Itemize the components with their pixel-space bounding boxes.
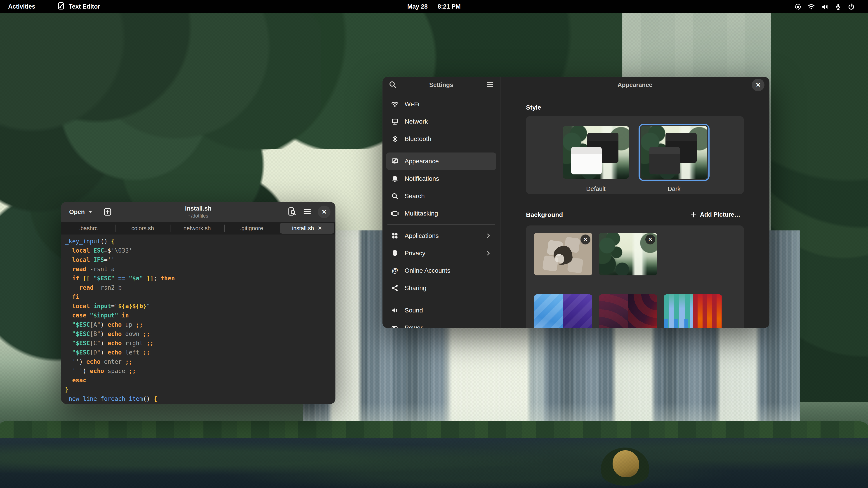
editor-close-button[interactable]: ✕ [318, 205, 331, 218]
code-line: "$ESC[B") echo down ;; [65, 329, 336, 339]
settings-close-button[interactable]: ✕ [752, 78, 765, 91]
gallery-background-drips-blue-orange[interactable] [664, 294, 722, 328]
gallery-background-geometric-blue-purple[interactable] [534, 294, 592, 328]
wallpaper-dark-variant [693, 294, 722, 328]
share-icon [391, 284, 399, 292]
sidebar-item-label: Power [405, 324, 423, 328]
hamburger-menu-icon [486, 80, 494, 89]
settings-title: Settings [397, 82, 486, 89]
panel-title: Appearance [618, 82, 653, 89]
background-card: ✕✕ [526, 225, 744, 328]
tab-.gitignore[interactable]: .gitignore [224, 222, 279, 234]
chevron-right-icon [485, 250, 491, 256]
add-picture-button[interactable]: Add Picture… [687, 209, 744, 221]
document-path: ~/dotfiles [185, 213, 211, 219]
primary-menu-button[interactable] [303, 207, 312, 217]
style-option-dark[interactable]: Dark [641, 126, 707, 193]
hamburger-menu-icon [303, 207, 312, 216]
gallery-background-waves-maroon-red[interactable] [599, 294, 657, 328]
sidebar-item-label: Applications [405, 232, 439, 239]
system-status-area[interactable] [794, 3, 855, 11]
sidebar-item-label: Bluetooth [405, 135, 431, 142]
background-section-heading: Background [526, 211, 563, 219]
wallpaper-light-variant [599, 294, 628, 328]
clock-time: 8:21 PM [438, 3, 461, 10]
tab-colors.sh[interactable]: colors.sh [116, 222, 170, 234]
chevron-right-icon [485, 233, 491, 239]
open-button-label: Open [69, 208, 85, 216]
sidebar-item-label: Notifications [405, 175, 439, 182]
battery-icon [391, 324, 399, 328]
code-line: read -rsn1 a [65, 265, 336, 274]
editor-headerbar: Open install.sh ~/dotfiles ✕ [61, 202, 336, 222]
custom-background-tan-tiles-logo[interactable]: ✕ [534, 233, 592, 275]
background-gallery-row [534, 294, 736, 328]
sidebar-item-privacy[interactable]: Privacy [386, 245, 496, 262]
tab-network.sh[interactable]: network.sh [170, 222, 224, 234]
sidebar-item-label: Search [405, 193, 425, 200]
tab-label: colors.sh [131, 225, 154, 232]
sidebar-item-sound[interactable]: Sound [386, 302, 496, 319]
style-section-heading: Style [526, 104, 744, 111]
sidebar-item-bluetooth[interactable]: Bluetooth [386, 130, 496, 148]
editor-tab-bar: .bashrccolors.shnetwork.sh.gitignoreinst… [61, 222, 336, 234]
code-line: '') echo enter ;; [65, 357, 336, 366]
settings-sidebar-header: Settings [382, 77, 500, 93]
dragon-logo [554, 246, 572, 265]
sidebar-divider [388, 150, 495, 150]
text-editor-icon [57, 2, 65, 11]
sidebar-item-sharing[interactable]: Sharing [386, 279, 496, 297]
style-preview-default[interactable] [563, 126, 629, 179]
new-tab-button[interactable] [103, 207, 112, 217]
speaker-icon [391, 306, 399, 314]
open-document-button[interactable]: Open [66, 206, 96, 218]
sidebar-item-network[interactable]: Network [386, 113, 496, 130]
settings-menu-button[interactable] [486, 80, 494, 90]
sidebar-item-wi-fi[interactable]: Wi-Fi [386, 95, 496, 113]
grid-icon [391, 232, 399, 240]
sidebar-item-power[interactable]: Power [386, 319, 496, 328]
multitasking-icon [391, 210, 399, 217]
tab-label: .gitignore [240, 225, 263, 232]
settings-search-button[interactable] [388, 80, 397, 90]
wifi-icon [391, 100, 399, 108]
tab-label: install.sh [292, 225, 314, 232]
tab-.bashrc[interactable]: .bashrc [61, 222, 116, 234]
style-option-default[interactable]: Default [563, 126, 629, 193]
sidebar-item-label: Sharing [405, 285, 427, 292]
document-search-button[interactable] [287, 207, 297, 217]
clock[interactable]: May 28 8:21 PM [407, 3, 461, 10]
focused-app-menu[interactable]: Text Editor [57, 2, 100, 11]
settings-nav: Wi-FiNetworkBluetoothAppearanceNotificat… [382, 93, 500, 328]
style-preview-dark[interactable] [641, 126, 707, 179]
tab-close-button[interactable]: ✕ [318, 225, 322, 231]
code-line: ' ') echo space ;; [65, 366, 336, 376]
document-search-icon [287, 207, 297, 216]
sidebar-item-multitasking[interactable]: Multitasking [386, 205, 496, 222]
tab-label: .bashrc [79, 225, 97, 232]
clock-date: May 28 [407, 3, 428, 10]
sidebar-divider [388, 224, 495, 225]
appearance-icon [391, 158, 399, 165]
remove-background-button[interactable]: ✕ [645, 234, 655, 245]
tab-install.sh[interactable]: install.sh✕ [280, 223, 334, 234]
code-view[interactable]: _key_input() { local ESC=$'\033' local I… [61, 234, 336, 404]
preview-front-window [649, 147, 680, 174]
sidebar-item-search[interactable]: Search [386, 187, 496, 205]
desktop: Activities Text Editor May 28 8:21 PM Op… [0, 0, 868, 488]
sidebar-item-applications[interactable]: Applications [386, 227, 496, 245]
sidebar-item-notifications[interactable]: Notifications [386, 170, 496, 187]
bell-icon [391, 175, 399, 183]
remove-background-button[interactable]: ✕ [581, 234, 590, 245]
settings-panel: Appearance ✕ Style DefaultDark Backgroun… [500, 77, 770, 328]
document-title: install.sh [185, 205, 211, 212]
wifi-icon [807, 3, 815, 11]
style-option-label: Default [563, 186, 629, 193]
code-line: "$ESC[D") echo left ;; [65, 348, 336, 357]
sidebar-item-label: Appearance [405, 158, 439, 165]
activities-button[interactable]: Activities [8, 3, 35, 10]
sidebar-item-online-accounts[interactable]: @Online Accounts [386, 262, 496, 279]
search-icon [388, 80, 397, 89]
custom-background-forest-waterfall[interactable]: ✕ [599, 233, 657, 275]
sidebar-item-appearance[interactable]: Appearance [386, 153, 496, 170]
